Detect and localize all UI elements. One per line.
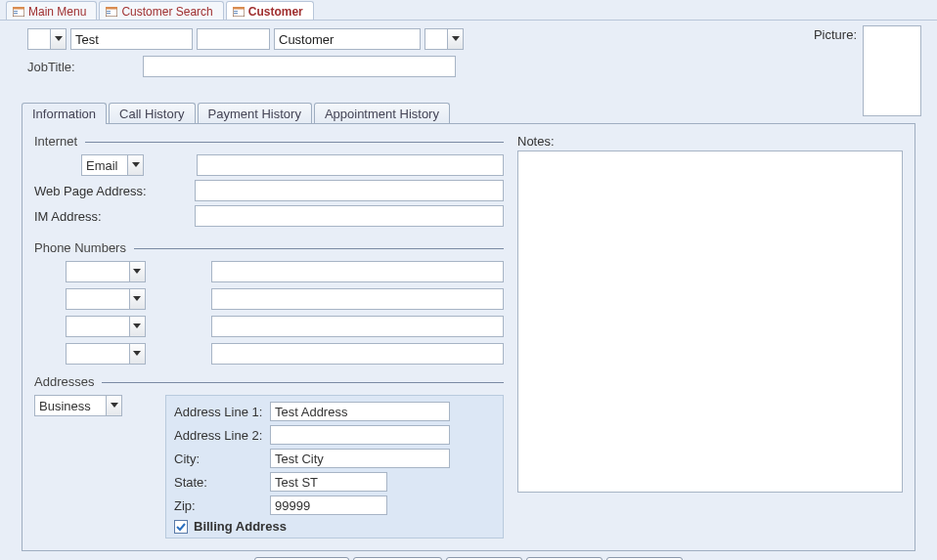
information-panel: Internet Email Web Page Address: IM Addr… <box>22 123 915 551</box>
phone-type-combo-1[interactable] <box>66 261 146 282</box>
phone-input-3[interactable] <box>211 316 504 337</box>
doc-tab-main-menu[interactable]: Main Menu <box>6 1 97 21</box>
form-icon <box>233 7 245 17</box>
dropdown-arrow-icon <box>129 344 145 364</box>
svg-rect-9 <box>233 7 245 10</box>
svg-rect-3 <box>14 13 18 14</box>
picture-label: Picture: <box>814 25 857 42</box>
addr-zip-input[interactable]: 99999 <box>270 495 387 515</box>
email-input[interactable] <box>197 154 504 176</box>
im-input[interactable] <box>195 205 504 227</box>
notes-label: Notes: <box>517 134 903 149</box>
svg-rect-7 <box>107 13 111 14</box>
doc-tab-customer-search[interactable]: Customer Search <box>99 1 223 21</box>
webpage-input[interactable] <box>195 180 504 201</box>
dropdown-arrow-icon <box>50 29 66 49</box>
suffix-combo[interactable] <box>424 28 464 50</box>
phones-legend: Phone Numbers <box>34 240 504 255</box>
doc-tab-label: Customer Search <box>121 5 212 19</box>
tab-divider <box>0 20 937 21</box>
billing-checkbox[interactable] <box>174 520 188 534</box>
doc-tab-label: Customer <box>248 5 303 19</box>
addr-state-label: State: <box>174 475 264 490</box>
addr-zip-label: Zip: <box>174 498 264 513</box>
svg-rect-1 <box>13 7 24 10</box>
dropdown-arrow-icon <box>129 317 145 336</box>
doc-tab-customer[interactable]: Customer <box>226 1 314 21</box>
phone-input-4[interactable] <box>211 343 504 365</box>
dropdown-arrow-icon <box>447 29 463 49</box>
addresses-legend: Addresses <box>34 374 504 389</box>
prefix-combo[interactable] <box>27 28 67 50</box>
billing-label: Billing Address <box>194 519 287 534</box>
notes-textarea[interactable] <box>517 151 903 493</box>
jobtitle-input[interactable] <box>143 56 456 77</box>
addr-line2-label: Address Line 2: <box>174 428 264 443</box>
svg-rect-11 <box>234 13 238 14</box>
addr-city-input[interactable]: Test City <box>270 449 450 468</box>
picture-frame[interactable] <box>863 25 921 116</box>
im-label: IM Address: <box>34 209 189 224</box>
tab-information[interactable]: Information <box>22 103 107 124</box>
phone-type-combo-2[interactable] <box>66 288 146 310</box>
svg-rect-5 <box>106 7 117 10</box>
email-type-combo[interactable]: Email <box>81 154 144 176</box>
addr-state-input[interactable]: Test ST <box>270 472 387 492</box>
address-panel: Address Line 1: Test Address Address Lin… <box>165 395 504 538</box>
svg-rect-6 <box>107 11 111 12</box>
phone-type-combo-4[interactable] <box>66 343 146 365</box>
phone-input-2[interactable] <box>211 288 504 310</box>
form-icon <box>13 7 24 17</box>
address-type-combo[interactable]: Business <box>34 395 122 416</box>
webpage-label: Web Page Address: <box>34 184 189 198</box>
dropdown-arrow-icon <box>129 289 145 309</box>
last-name-input[interactable]: Customer <box>274 28 421 50</box>
addr-line2-input[interactable] <box>270 425 450 445</box>
internet-legend: Internet <box>34 134 504 149</box>
tab-call-history[interactable]: Call History <box>109 103 195 124</box>
svg-rect-2 <box>14 11 18 12</box>
svg-rect-10 <box>234 11 238 12</box>
tab-appointment-history[interactable]: Appointment History <box>314 103 450 124</box>
doc-tab-label: Main Menu <box>28 5 86 19</box>
document-tab-strip: Main Menu Customer Search Customer <box>0 0 937 21</box>
jobtitle-label: JobTitle: <box>27 60 82 74</box>
addr-city-label: City: <box>174 452 264 466</box>
addr-line1-input[interactable]: Test Address <box>270 402 450 421</box>
tab-payment-history[interactable]: Payment History <box>198 103 312 124</box>
dropdown-arrow-icon <box>106 396 121 415</box>
dropdown-arrow-icon <box>129 262 145 281</box>
phone-input-1[interactable] <box>211 261 504 282</box>
phone-type-combo-3[interactable] <box>66 316 146 337</box>
middle-name-input[interactable] <box>197 28 270 50</box>
dropdown-arrow-icon <box>127 155 143 175</box>
addr-line1-label: Address Line 1: <box>174 405 264 419</box>
form-icon <box>106 7 117 17</box>
inner-tab-strip: Information Call History Payment History… <box>22 103 921 124</box>
first-name-input[interactable]: Test <box>70 28 193 50</box>
